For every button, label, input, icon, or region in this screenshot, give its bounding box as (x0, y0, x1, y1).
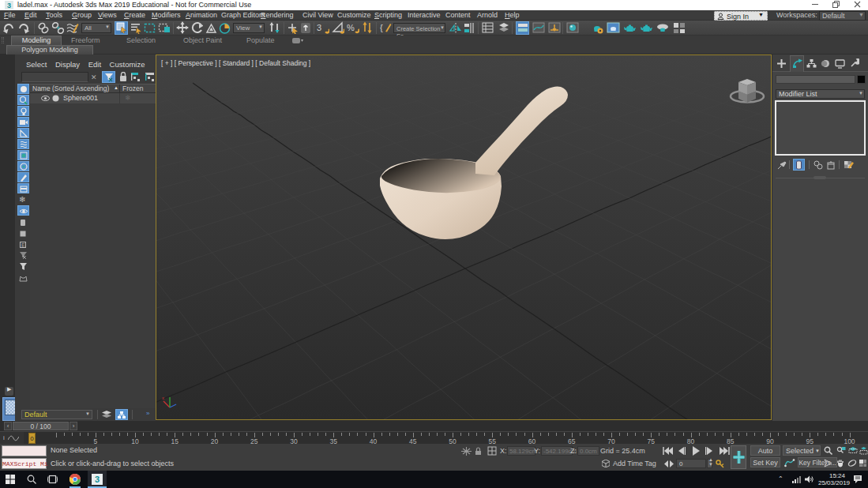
svg-text:E: E (21, 242, 25, 248)
svg-text:3: 3 (317, 23, 321, 32)
svg-text:{: { (380, 23, 383, 32)
svg-text:%: % (347, 23, 355, 32)
svg-text:x: x (162, 396, 164, 400)
svg-text:3: 3 (95, 475, 100, 484)
svg-text:3: 3 (7, 2, 11, 9)
